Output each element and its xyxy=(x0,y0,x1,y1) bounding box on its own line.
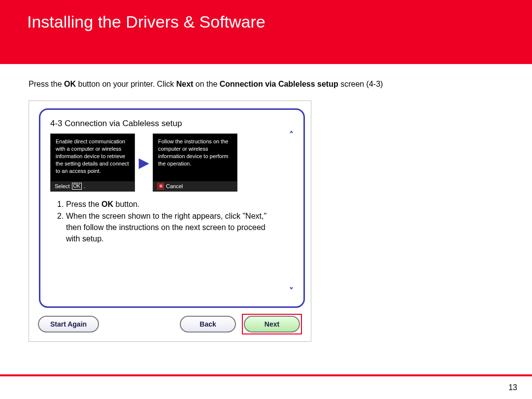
list-bold-ok: OK xyxy=(101,200,113,208)
list-item: 1.Press the OK button. xyxy=(57,199,279,210)
instruction-text: Press the OK button on your printer. Cli… xyxy=(29,79,503,90)
dialog-button-row: Start Again Back Next xyxy=(38,314,302,334)
printer-screen-2-body: Follow the instructions on the computer … xyxy=(153,134,237,181)
instr-bold-screen: Connection via Cableless setup xyxy=(220,80,338,88)
instr-part: button on your printer. Click xyxy=(76,80,176,88)
scroll-up-icon[interactable]: ˄ xyxy=(289,130,294,140)
printer-screen-1-footer: Select OK . xyxy=(51,181,134,192)
start-again-button[interactable]: Start Again xyxy=(38,316,99,332)
dialog-instructions: 1.Press the OK button. 2. When the scree… xyxy=(50,199,299,244)
list-text: Press the xyxy=(66,200,101,208)
instr-part: Press the xyxy=(29,80,64,88)
next-button[interactable]: Next xyxy=(244,316,300,332)
arrow-right-icon: ▶ xyxy=(138,155,150,170)
back-button[interactable]: Back xyxy=(180,316,236,332)
instr-bold-next: Next xyxy=(176,80,194,88)
select-label: Select xyxy=(55,183,70,190)
list-number: 1. xyxy=(57,199,66,210)
printer-screen-2-footer: ◼ Cancel xyxy=(153,181,237,192)
list-item: 2. When the screen shown to the right ap… xyxy=(57,210,279,245)
title-bar: Installing the Drivers & Software xyxy=(0,0,532,64)
instr-bold-ok: OK xyxy=(64,80,76,88)
next-button-highlight: Next xyxy=(242,314,302,334)
printer-screen-1-body: Enable direct communication with a compu… xyxy=(51,134,134,181)
dot: . xyxy=(84,183,85,190)
printer-screens-row: Enable direct communication with a compu… xyxy=(50,133,299,192)
cancel-key-icon: ◼ xyxy=(157,183,164,190)
list-text: When the screen shown to the right appea… xyxy=(66,210,279,245)
dialog-panel: 4-3 Connection via Cableless setup Enabl… xyxy=(39,108,305,308)
page-number: 13 xyxy=(508,383,517,392)
scroll-down-icon[interactable]: ˅ xyxy=(289,286,294,297)
setup-dialog-screenshot: 4-3 Connection via Cableless setup Enabl… xyxy=(29,100,311,342)
list-text: button. xyxy=(113,200,139,208)
instr-part: on the xyxy=(193,80,219,88)
printer-screen-1: Enable direct communication with a compu… xyxy=(50,133,135,192)
footer-divider xyxy=(0,374,532,376)
ok-key-icon: OK xyxy=(72,183,82,190)
dialog-title: 4-3 Connection via Cableless setup xyxy=(50,119,299,129)
page-title: Installing the Drivers & Software xyxy=(0,0,532,32)
printer-screen-2: Follow the instructions on the computer … xyxy=(153,133,237,192)
cancel-label: Cancel xyxy=(166,183,183,190)
list-number: 2. xyxy=(57,210,66,245)
instr-part: screen (4-3) xyxy=(338,80,383,88)
